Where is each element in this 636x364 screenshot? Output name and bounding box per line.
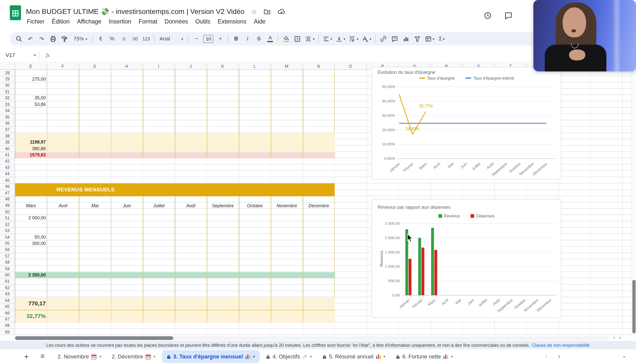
text-wrap-icon[interactable]: ▾	[347, 33, 360, 44]
month-header-cell-avril[interactable]: Avril	[47, 202, 79, 209]
cell-E32[interactable]: 35,00	[15, 95, 46, 101]
select-all-corner[interactable]	[0, 63, 15, 70]
row-header-51[interactable]: 51	[0, 215, 15, 221]
functions-button[interactable]: Σ▾	[437, 33, 447, 44]
corner-chevron-icon[interactable]: ›	[621, 356, 628, 358]
column-header-J[interactable]: J	[175, 63, 207, 70]
sheet-tab-2--novembre[interactable]: 2. Novembre▾	[53, 349, 106, 364]
sheet-tab-4--objectifs[interactable]: 4. Objectifs▾	[261, 349, 317, 364]
row-header-35[interactable]: 35	[0, 114, 15, 120]
cell-E51[interactable]: 2 000,00	[15, 215, 46, 221]
month-header-cell-mai[interactable]: Mai	[79, 202, 111, 209]
column-header-G[interactable]: G	[79, 63, 111, 70]
menu-outils[interactable]: Outils	[192, 17, 214, 26]
text-color-button[interactable]: A	[265, 33, 276, 44]
all-sheets-button[interactable]: ≡	[37, 353, 48, 361]
month-header-cell-juin[interactable]: Juin	[111, 202, 143, 209]
menu-donnees[interactable]: Données	[161, 17, 192, 26]
row-header-37[interactable]: 37	[0, 127, 15, 133]
sheet-tab-6--fortune-nette[interactable]: 6. Fortune nette▾	[391, 349, 458, 364]
month-header-cell-septembre[interactable]: Septembre	[207, 202, 239, 209]
vertical-scrollbar[interactable]	[631, 63, 636, 335]
row-header-30[interactable]: 30	[0, 82, 15, 89]
add-sheet-button[interactable]: +	[21, 352, 32, 361]
paint-format-icon[interactable]	[59, 33, 70, 44]
row-header-68[interactable]: 68	[0, 323, 15, 329]
row-header-62[interactable]: 62	[0, 285, 15, 291]
row-header-28[interactable]: 28	[0, 70, 15, 76]
row-header-49[interactable]: 49	[0, 202, 15, 209]
zoom-select[interactable]: 75%▾	[71, 33, 90, 44]
merge-cells-icon[interactable]: ▾	[304, 33, 316, 44]
cloud-saved-icon[interactable]	[278, 8, 286, 15]
menu-extensions[interactable]: Extensions	[214, 17, 250, 26]
comments-icon[interactable]	[503, 10, 514, 21]
row-header-32[interactable]: 32	[0, 95, 15, 101]
format-percent-button[interactable]: %	[107, 33, 118, 44]
row-header-44[interactable]: 44	[0, 171, 15, 177]
row-header-31[interactable]: 31	[0, 89, 15, 95]
font-size-input[interactable]: 10	[203, 35, 213, 43]
move-to-folder-icon[interactable]	[263, 8, 271, 15]
menu-affichage[interactable]: Affichage	[73, 17, 105, 26]
month-header-cell-aout[interactable]: Août	[175, 202, 207, 209]
text-rotation-icon[interactable]: ▾	[360, 33, 373, 44]
vertical-align-icon[interactable]: ▾	[334, 33, 347, 44]
sheet-tab-3--taux-d-e-pargne-mensuel[interactable]: 3. Taux d'épargne mensuel▾	[162, 350, 260, 363]
format-currency-button[interactable]: €	[96, 33, 106, 44]
decrease-decimals-button[interactable]: .0	[118, 33, 129, 44]
row-header-41[interactable]: 41	[0, 152, 15, 158]
revenue-vs-expenses-chart[interactable]: 2 500,002 000,001 500,001 000,00500,000,…	[372, 199, 561, 318]
row-header-56[interactable]: 56	[0, 247, 15, 253]
row-header-39[interactable]: 39	[0, 139, 15, 146]
month-header-cell-mars[interactable]: Mars	[15, 202, 47, 209]
version-history-icon[interactable]	[482, 10, 493, 21]
table-views-icon[interactable]: ▾	[423, 33, 436, 44]
row-header-64[interactable]: 64	[0, 297, 15, 304]
row-header-57[interactable]: 57	[0, 253, 15, 259]
column-header-K[interactable]: K	[207, 63, 239, 70]
sheet-tab-2--de-cembre[interactable]: 2. Décembre▾	[107, 349, 160, 364]
row-header-40[interactable]: 40	[0, 146, 15, 152]
row-header-53[interactable]: 53	[0, 228, 15, 234]
print-icon[interactable]	[48, 33, 58, 44]
cell-E54[interactable]: 50,00	[15, 234, 46, 240]
month-header-cell-juillet[interactable]: Juillet	[143, 202, 175, 209]
cell-E29[interactable]: 275,00	[15, 76, 46, 82]
savings-rate-cell[interactable]: 32,77%	[15, 310, 46, 323]
column-header-E[interactable]: E	[15, 63, 47, 70]
savings-amount-cell[interactable]: 770,17	[15, 297, 46, 310]
insert-chart-icon[interactable]	[401, 33, 411, 44]
disclaimer-link[interactable]: Clause de non-responsabilité	[532, 343, 590, 347]
row-header-38[interactable]: 38	[0, 133, 15, 139]
increase-decimals-button[interactable]: .00	[129, 33, 140, 44]
row-header-63[interactable]: 63	[0, 291, 15, 297]
sheet-tab-5--re-sume--annuel[interactable]: 5. Résumé annuel▾	[317, 349, 390, 364]
menu-insertion[interactable]: Insertion	[105, 17, 135, 26]
cell-E55[interactable]: 300,00	[15, 240, 46, 247]
undo-icon[interactable]: ↶	[25, 33, 36, 44]
font-select[interactable]: Arial▾	[157, 33, 186, 44]
column-header-H[interactable]: H	[111, 63, 143, 70]
menu-edition[interactable]: Édition	[48, 17, 73, 26]
row-header-59[interactable]: 59	[0, 266, 15, 272]
document-title[interactable]: Mon BUDGET ULTIME 💸 - investirsontemps.c…	[26, 7, 245, 16]
row-header-66[interactable]: 66	[0, 310, 15, 316]
row-header-65[interactable]: 65	[0, 304, 15, 310]
row-header-43[interactable]: 43	[0, 165, 15, 171]
insert-link-icon[interactable]	[378, 33, 389, 44]
scroll-left-icon[interactable]: ‹	[613, 334, 615, 340]
savings-rate-chart[interactable]: 50,00%40,00%30,00%20,00%10,00%0,00%Janvi…	[372, 67, 561, 180]
search-icon[interactable]	[14, 33, 25, 44]
cell-E40[interactable]: 380,86	[15, 146, 46, 152]
column-header-M[interactable]: M	[271, 63, 303, 70]
month-header-cell-octobre[interactable]: Octobre	[239, 202, 271, 209]
row-header-54[interactable]: 54	[0, 234, 15, 240]
row-header-50[interactable]: 50	[0, 209, 15, 215]
cell-E60[interactable]: 2 350,00	[15, 272, 46, 278]
decrease-font-size-button[interactable]: −	[191, 33, 202, 44]
row-header-61[interactable]: 61	[0, 278, 15, 285]
cell-E41[interactable]: 1579,83	[15, 152, 46, 158]
name-box[interactable]: V17 ▾	[0, 52, 39, 58]
row-header-45[interactable]: 45	[0, 177, 15, 184]
